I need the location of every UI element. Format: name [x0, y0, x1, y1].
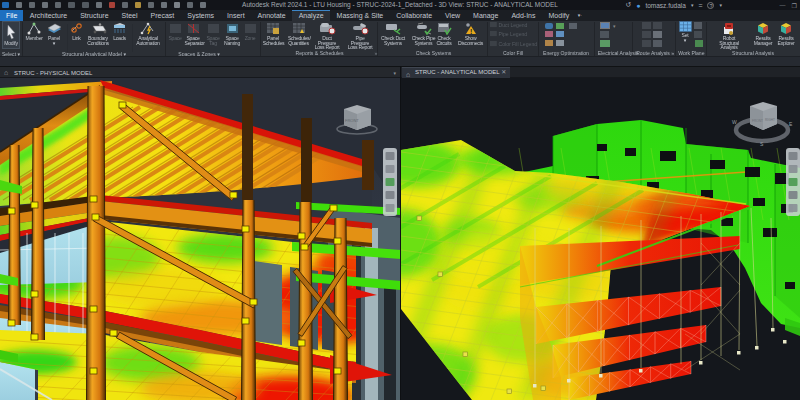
- svg-text:FRONT: FRONT: [752, 119, 763, 123]
- svg-text:!: !: [469, 28, 471, 35]
- svg-text:FRONT: FRONT: [345, 118, 359, 123]
- svg-text:W: W: [732, 119, 737, 125]
- svg-text:RIGHT: RIGHT: [765, 118, 775, 122]
